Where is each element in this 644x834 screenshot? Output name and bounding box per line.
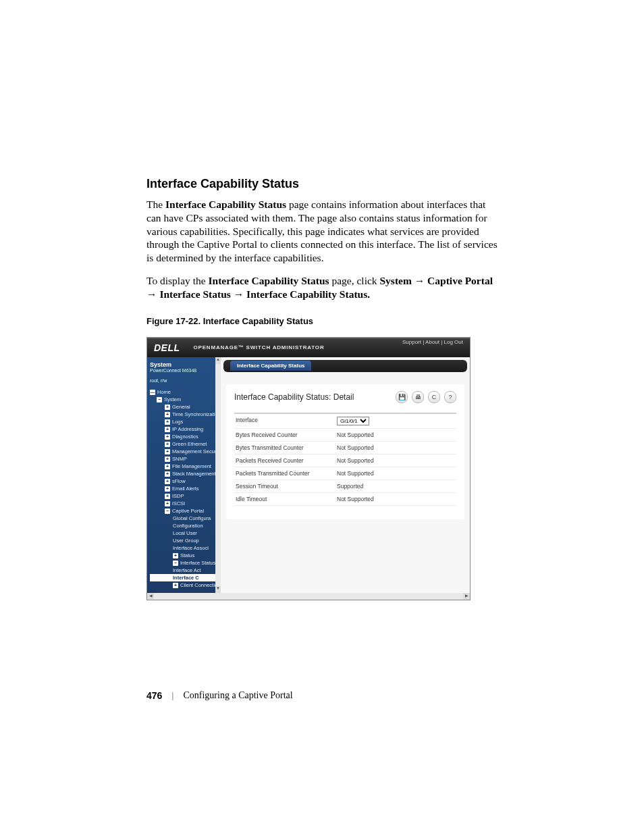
help-icon[interactable]: ? (444, 391, 456, 403)
nav-item[interactable]: +ISDP (150, 492, 221, 500)
row-label: Bytes Received Counter (236, 432, 337, 438)
nav-item[interactable]: +Client Connectio (150, 581, 221, 589)
expand-icon[interactable]: + (165, 471, 170, 477)
nav-item[interactable]: Configuration (150, 522, 221, 529)
nav-item[interactable]: +Diagnostics (150, 433, 221, 440)
nav-item[interactable]: +IP Addressing (150, 425, 221, 433)
nav-item[interactable]: +Email Alerts (150, 485, 221, 492)
arrow: → (412, 275, 427, 286)
nav-item[interactable]: Local User (150, 529, 221, 537)
text-bold: System (379, 275, 411, 286)
expand-icon[interactable]: + (165, 405, 170, 410)
nav-item[interactable]: −Interface Status (150, 559, 221, 567)
expand-icon[interactable]: — (150, 390, 155, 395)
refresh-icon[interactable]: C (428, 391, 440, 403)
nav-item[interactable]: −Captive Portal (150, 507, 221, 515)
nav-item[interactable]: —Home (150, 388, 221, 396)
row-label: Idle Timeout (236, 496, 337, 502)
link-support[interactable]: Support (402, 339, 421, 345)
expand-icon[interactable]: + (165, 501, 170, 506)
nav-label: ISDP (172, 493, 184, 499)
interface-select[interactable]: Gi1/0/1 (337, 417, 369, 425)
print-icon[interactable]: 🖶 (412, 391, 424, 403)
nav-item[interactable]: +File Management (150, 463, 221, 470)
scroll-up-icon[interactable]: ▲ (215, 357, 221, 364)
table-row: Bytes Received CounterNot Supported (234, 429, 456, 442)
nav-item[interactable]: +sFlow (150, 477, 221, 485)
link-logout[interactable]: Log Out (444, 339, 463, 345)
nav-label: Interface Act (173, 567, 201, 573)
expand-icon[interactable]: + (165, 427, 170, 432)
nav-label: Management Security (172, 448, 221, 454)
nav-label: IP Addressing (172, 426, 203, 432)
nav-label: Status (180, 552, 194, 558)
scroll-right-icon[interactable]: ▶ (463, 593, 470, 600)
nav-title: System (150, 361, 221, 368)
nav-label: Client Connectio (180, 582, 217, 588)
nav-item[interactable]: +iSCSI (150, 500, 221, 507)
tab-active[interactable]: Interface Capability Status (230, 361, 311, 371)
expand-icon[interactable]: − (165, 509, 170, 514)
expand-icon[interactable]: + (165, 442, 170, 447)
expand-icon[interactable]: + (165, 449, 170, 454)
row-label: Bytes Transmitted Counter (236, 444, 337, 451)
save-icon[interactable]: 💾 (396, 391, 408, 403)
expand-icon[interactable]: + (165, 479, 170, 484)
expand-icon[interactable]: + (165, 457, 170, 462)
link-about[interactable]: About (425, 339, 439, 345)
table-row: Bytes Transmitted CounterNot Supported (234, 442, 456, 454)
expand-icon[interactable]: + (173, 553, 178, 558)
nav-label: Captive Portal (172, 508, 204, 514)
nav-user: root, r/w (150, 378, 221, 383)
table-row: Idle TimeoutNot Supported (234, 493, 456, 506)
nav-item[interactable]: Global Configura (150, 515, 221, 522)
nav-item[interactable]: +General (150, 403, 221, 411)
nav-item[interactable]: +Management Security (150, 448, 221, 455)
table-row: Session TimeoutSupported (234, 480, 456, 493)
scrollbar-horizontal[interactable]: ◀ ▶ (147, 593, 470, 600)
nav-item[interactable]: Interface Associ (150, 544, 221, 552)
text-bold: Captive Portal (427, 275, 493, 286)
expand-icon[interactable]: + (165, 464, 170, 469)
nav-item[interactable]: +Logs (150, 418, 221, 425)
text: page, click (329, 275, 380, 286)
page-footer: 476 | Configuring a Captive Portal (146, 690, 293, 701)
row-label: Packets Transmitted Counter (236, 470, 337, 477)
nav-item[interactable]: +Time Synchronization (150, 411, 221, 418)
scroll-left-icon[interactable]: ◀ (147, 593, 154, 600)
expand-icon[interactable]: − (173, 561, 178, 566)
nav-item[interactable]: User Group (150, 537, 221, 544)
nav-item[interactable]: +Status (150, 552, 221, 559)
expand-icon[interactable]: + (165, 494, 170, 499)
nav-label: Home (157, 389, 171, 395)
nav-item[interactable]: −System (150, 396, 221, 403)
row-value: Not Supported (337, 444, 455, 451)
expand-icon[interactable]: + (165, 486, 170, 492)
expand-icon[interactable]: + (165, 419, 170, 425)
expand-icon[interactable]: + (165, 412, 170, 417)
nav-label: User Group (173, 538, 199, 544)
product-name: OPENMANAGE™ SWITCH ADMINISTRATOR (194, 344, 325, 350)
nav-item[interactable]: +Green Ethernet (150, 440, 221, 448)
panel-title-row: Interface Capability Status: Detail 💾 🖶 … (234, 391, 456, 403)
expand-icon[interactable]: − (157, 397, 162, 402)
nav-label: System (164, 396, 181, 402)
panel: Interface Capability Status: Detail 💾 🖶 … (226, 384, 464, 519)
page-number: 476 (146, 690, 162, 701)
nav-label: Configuration (173, 523, 203, 529)
text-bold: Interface Capability Status (165, 199, 286, 210)
text-bold: Interface Status (159, 288, 230, 300)
dell-logo: DELL (154, 342, 180, 353)
nav-item[interactable]: +Stack Management (150, 470, 221, 477)
expand-icon[interactable]: + (173, 583, 178, 588)
nav-label: Interface C (173, 575, 199, 581)
scroll-down-icon[interactable]: ▼ (215, 586, 221, 593)
nav-item[interactable]: Interface Act (150, 567, 221, 574)
nav-item[interactable]: Interface C (150, 574, 221, 581)
nav-subtitle: PowerConnect M6348 (150, 368, 221, 373)
expand-icon[interactable]: + (165, 434, 170, 440)
doc-title: Configuring a Captive Portal (183, 690, 292, 701)
scrollbar-vertical[interactable]: ▲ ▼ (215, 357, 221, 593)
nav-item[interactable]: +SNMP (150, 455, 221, 463)
main-area: Interface Capability Status Interface Ca… (221, 357, 470, 593)
